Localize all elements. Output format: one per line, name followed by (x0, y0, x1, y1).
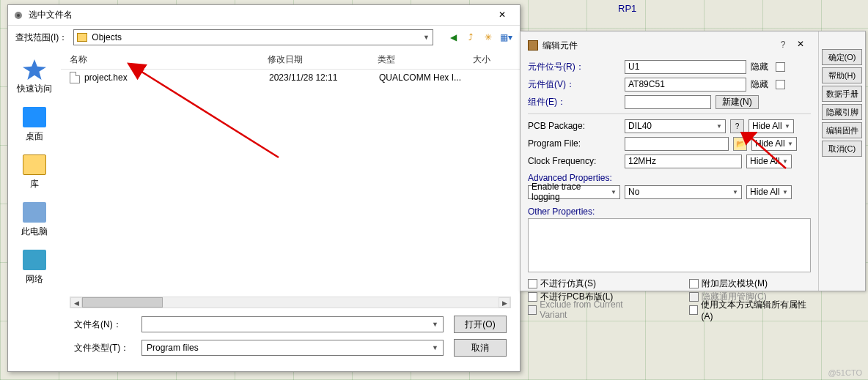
clock-vis-select[interactable]: Hide All▼ (746, 154, 792, 168)
ref-input[interactable]: U1 (625, 60, 746, 74)
pcb-label: PCB Package: (528, 121, 620, 131)
new-component-button[interactable]: 新建(N) (716, 95, 759, 109)
text-edit-checkbox[interactable] (689, 305, 698, 315)
clock-label: Clock Frequency: (528, 156, 620, 166)
folder-name: Objects (92, 32, 122, 42)
place-quick-label: 快速访问 (17, 83, 52, 94)
adv-prop-value: Enable trace logging (532, 182, 611, 202)
col-size[interactable]: 大小 (473, 53, 510, 66)
prog-input[interactable] (625, 137, 729, 151)
file-list-area: 名称 修改日期 类型 大小 project.hex 2023/11/28 12:… (61, 49, 520, 371)
adv-val-select[interactable]: No▼ (625, 185, 742, 199)
watermark: @51CTO (828, 368, 862, 377)
file-dialog-titlebar[interactable]: 选中文件名 ✕ (8, 5, 520, 26)
back-icon[interactable]: ◀ (446, 31, 460, 44)
file-date: 2023/11/28 12:11 (269, 72, 379, 83)
h-scrollbar[interactable]: ◀ ▶ (70, 297, 511, 308)
component-ref-label: RP1 (618, 3, 636, 14)
pcb-lookup-button[interactable]: ? (730, 119, 744, 133)
ref-label: 元件位号(R)： (528, 61, 620, 73)
scroll-right-icon[interactable]: ▶ (499, 297, 510, 308)
no-sim-checkbox[interactable] (528, 279, 537, 288)
prog-vis-select[interactable]: Hide All▼ (751, 137, 797, 151)
svg-point-1 (17, 14, 20, 17)
cancel-button[interactable]: 取消 (454, 339, 507, 357)
clock-value: 12MHz (628, 156, 656, 166)
place-library[interactable]: 库 (8, 150, 61, 195)
hideall-value: Hide All (755, 138, 785, 149)
file-open-dialog: 选中文件名 ✕ 查找范围(I)： Objects ▼ ◀ ⤴ ✳ ▦▾ 快速访问… (7, 4, 521, 372)
open-button[interactable]: 打开(O) (454, 316, 507, 333)
help-icon[interactable]: ? (776, 39, 790, 52)
edit-firmware-button[interactable]: 编辑固件(F) (822, 122, 862, 138)
comp-input[interactable] (625, 95, 711, 109)
other-props-textarea[interactable] (528, 218, 811, 272)
file-name: project.hex (84, 72, 269, 83)
component-icon (528, 40, 538, 51)
no-sim-label: 不进行仿真(S) (540, 277, 596, 290)
adv-prop-select[interactable]: Enable trace logging▼ (528, 185, 620, 199)
file-type: QUALCOMM Hex I... (379, 72, 474, 83)
pcb-select[interactable]: DIL40▼ (625, 119, 726, 133)
folder-combo[interactable]: Objects ▼ (73, 29, 433, 45)
new-folder-icon[interactable]: ✳ (482, 31, 495, 44)
pcb-value: DIL40 (628, 121, 652, 131)
places-bar: 快速访问 桌面 库 此电脑 网络 (8, 49, 61, 371)
filename-label: 文件名(N)： (74, 318, 131, 331)
clock-input[interactable]: 12MHz (625, 154, 742, 168)
cancel-button[interactable]: 取消(C) (822, 141, 862, 157)
col-date[interactable]: 修改日期 (268, 53, 378, 66)
comp-label: 组件(E)： (528, 96, 620, 108)
hideall-value: Hide All (750, 156, 780, 166)
adv-val-value: No (628, 187, 639, 197)
view-menu-icon[interactable]: ▦▾ (499, 31, 512, 44)
place-library-label: 库 (30, 179, 39, 189)
col-name[interactable]: 名称 (70, 53, 268, 66)
help-button[interactable]: 帮助(H) (822, 67, 862, 83)
up-icon[interactable]: ⤴ (464, 31, 477, 44)
filename-combo[interactable]: ▼ (141, 316, 444, 332)
attach-module-checkbox[interactable] (689, 279, 699, 288)
file-icon (70, 72, 80, 83)
adv-vis-select[interactable]: Hide All▼ (746, 185, 792, 199)
column-headers[interactable]: 名称 修改日期 类型 大小 (61, 49, 520, 70)
hide-label: 隐藏 (751, 78, 771, 91)
datasheet-button[interactable]: 数据手册(D) (822, 86, 862, 102)
filetype-combo[interactable]: Program files▼ (141, 340, 444, 356)
place-network[interactable]: 网络 (8, 245, 61, 290)
app-icon (12, 10, 24, 21)
val-input[interactable]: AT89C51 (625, 78, 746, 92)
scroll-thumb[interactable] (82, 297, 163, 308)
file-row[interactable]: project.hex 2023/11/28 12:11 QUALCOMM He… (61, 70, 520, 86)
chevron-down-icon: ▼ (432, 344, 438, 351)
prog-browse-button[interactable]: 📂 (733, 137, 747, 151)
edit-component-dialog: 编辑元件 ? ✕ 元件位号(R)： U1 隐藏 元件值(V)： AT89C51 … (520, 31, 866, 291)
hide-val-checkbox[interactable] (776, 80, 785, 89)
chevron-down-icon: ▼ (432, 321, 438, 328)
place-thispc[interactable]: 此电脑 (8, 198, 61, 242)
place-desktop-label: 桌面 (26, 131, 43, 141)
hidden-pins-button[interactable]: 隐藏引脚(P) (822, 104, 862, 120)
close-button[interactable]: ✕ (790, 39, 811, 52)
hide-ref-checkbox[interactable] (776, 62, 785, 72)
close-button[interactable]: ✕ (489, 7, 515, 23)
ref-value: U1 (628, 62, 639, 72)
no-pcb-checkbox[interactable] (528, 292, 537, 302)
hide-pins-checkbox (689, 292, 699, 302)
scroll-left-icon[interactable]: ◀ (70, 297, 82, 308)
col-type[interactable]: 类型 (378, 53, 473, 66)
pcb-vis-select[interactable]: Hide All▼ (749, 119, 794, 133)
ok-button[interactable]: 确定(O) (822, 49, 862, 65)
val-value: AT89C51 (628, 79, 665, 89)
place-desktop[interactable]: 桌面 (8, 103, 61, 147)
filetype-label: 文件类型(T)： (74, 342, 131, 354)
prop-dialog-title: 编辑元件 (542, 40, 578, 52)
exclude-variant-label: Exclude from Current Variant (540, 299, 645, 320)
lookup-label: 查找范围(I)： (15, 31, 67, 44)
nav-toolbar: ◀ ⤴ ✳ ▦▾ (446, 31, 512, 44)
lookup-row: 查找范围(I)： Objects ▼ ◀ ⤴ ✳ ▦▾ (8, 26, 520, 49)
place-quick[interactable]: 快速访问 (8, 55, 61, 100)
place-thispc-label: 此电脑 (21, 226, 48, 236)
attach-module-label: 附加层次模块(M) (702, 277, 768, 290)
file-dialog-title: 选中文件名 (29, 9, 489, 21)
